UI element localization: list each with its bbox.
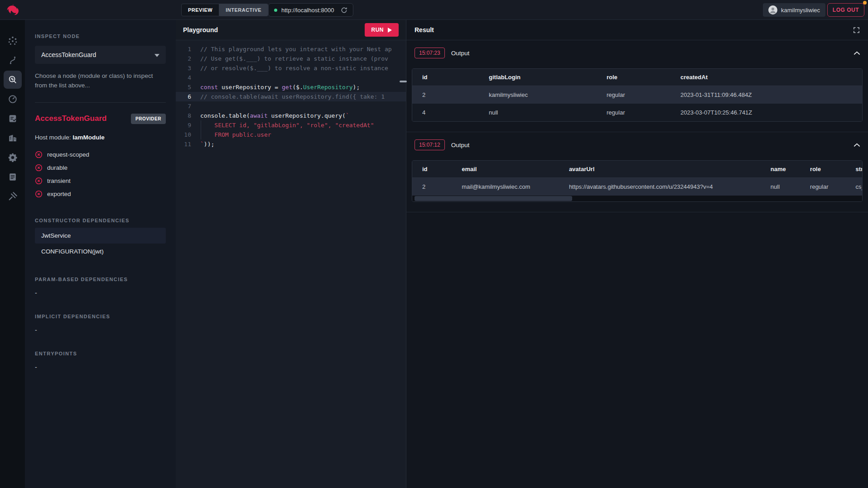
view-mode-tabs: PREVIEW INTERACTIVE [181,4,268,16]
code-line[interactable]: 5const userRepository = get($.UserReposi… [176,82,406,92]
logout-button[interactable]: LOG OUT [827,3,864,17]
code-line[interactable]: 8console.table(await userRepository.quer… [176,111,406,120]
dependency-item[interactable]: JwtService [35,228,166,244]
server-url: http://localhost:8000 [281,7,334,14]
output-header[interactable]: 15:07:12Output [406,132,868,157]
line-number: 3 [176,63,191,73]
code-line[interactable]: 3// or resolve($.___) to resolve a non-s… [176,63,406,73]
table-cell: regular [597,86,670,104]
table-cell: 2 [412,178,452,196]
refresh-icon[interactable] [341,7,347,14]
nestjs-logo-icon[interactable] [5,3,19,17]
dependency-section: ENTRYPOINTS- [35,351,166,371]
code-line[interactable]: 6// console.table(await userRepository.f… [176,92,406,101]
tab-interactive[interactable]: INTERACTIVE [219,4,268,16]
notification-dot [863,1,867,5]
horizontal-scrollbar[interactable] [412,196,862,201]
table-row[interactable]: 2mail@kamilmysliwiec.comhttps://avatars.… [412,178,862,196]
dependency-item[interactable]: CONFIGURATION(jwt) [35,244,166,259]
dependency-sections: CONSTRUCTOR DEPENDENCIESJwtServiceCONFIG… [35,218,166,371]
flag-label: durable [47,164,68,171]
empty-value: - [35,326,166,334]
code-line[interactable]: 9 SELECT id, "gitlabLogin", "role", "cre… [176,120,406,130]
editor-scrollbar-thumb[interactable] [400,81,407,82]
flag-item: exported [35,187,166,201]
output-label: Output [451,50,470,57]
expand-icon[interactable] [853,27,860,33]
table-cell: 4 [412,104,479,121]
code-text: `)); [191,139,214,149]
dependency-section: CONSTRUCTOR DEPENDENCIESJwtServiceCONFIG… [35,218,166,259]
code-line[interactable]: 2// Use get($.___) to retrieve a static … [176,54,406,63]
code-text: // console.table(await userRepository.fi… [191,92,385,101]
provider-badge: PROVIDER [131,114,166,124]
table-cell: null [761,178,800,196]
chevron-up-icon[interactable] [854,143,860,147]
code-line[interactable]: 11`)); [176,139,406,149]
routes-icon[interactable] [4,51,22,69]
line-number: 11 [176,139,191,149]
chevron-up-icon[interactable] [854,51,860,55]
inspector-panel: INSPECT NODE AccessTokenGuard Choose a n… [25,20,176,488]
crossed-circle-icon [35,151,43,158]
output-table: idemailavatarUrlnamerolestripeSessionId2… [412,161,862,196]
line-number: 6 [176,92,191,101]
section-title: ENTRYPOINTS [35,351,166,356]
performance-icon[interactable] [4,90,22,108]
table-cell: cs_test_b1Yk0C [845,178,862,196]
node-select-value: AccessTokenGuard [41,51,96,58]
line-number: 2 [176,54,191,63]
code-line[interactable]: 4 [176,73,406,82]
gavel-icon[interactable] [4,187,22,206]
output-table-container: idemailavatarUrlnamerolestripeSessionId2… [412,160,863,202]
line-number: 5 [176,82,191,92]
code-editor[interactable]: 1// This playground lets you interact wi… [176,40,406,488]
output-table: idgitlabLoginrolecreatedAt2kamilmysliwie… [412,69,862,121]
modules-icon[interactable] [4,129,22,147]
output-section: 15:07:12OutputidemailavatarUrlnamerolest… [406,132,868,212]
line-number: 8 [176,111,191,120]
icon-sidebar [0,20,25,488]
code-line[interactable]: 10 FROM public.user [176,130,406,139]
chevron-down-icon [154,51,159,58]
inspect-icon[interactable] [4,71,22,89]
table-cell: 2023-03-07T10:25:46.741Z [670,104,862,121]
table-cell: 2 [412,86,479,104]
play-icon [388,28,392,33]
avatar [768,5,777,14]
server-url-input[interactable]: http://localhost:8000 [268,3,353,17]
table-cell: regular [597,104,670,121]
graph-icon[interactable] [4,32,22,50]
flag-item: transient [35,174,166,187]
output-header[interactable]: 15:07:23Output [406,40,868,65]
docs-icon[interactable] [4,168,22,186]
timestamp-badge: 15:07:12 [415,139,445,150]
code-line[interactable]: 1// This playground lets you interact wi… [176,44,406,54]
scrollbar-thumb[interactable] [415,196,572,201]
column-header: gitlabLogin [479,69,597,86]
inspector-hint: Choose a node (module or class) to inspe… [35,72,166,91]
tab-preview[interactable]: PREVIEW [181,4,219,16]
code-text [191,101,200,111]
checklist-icon[interactable] [4,110,22,128]
main-layout: INSPECT NODE AccessTokenGuard Choose a n… [0,20,868,488]
table-row[interactable]: 2kamilmysliwiecregular2023-01-31T11:09:4… [412,86,862,104]
output-table-container: idgitlabLoginrolecreatedAt2kamilmysliwie… [412,68,863,122]
table-header-row: idemailavatarUrlnamerolestripeSessionId [412,161,862,178]
table-row[interactable]: 4nullregular2023-03-07T10:25:46.741Z [412,104,862,121]
column-header: createdAt [670,69,862,86]
node-select-dropdown[interactable]: AccessTokenGuard [35,46,166,64]
settings-icon[interactable] [4,148,22,167]
column-header: avatarUrl [559,161,761,178]
run-button[interactable]: RUN [365,23,399,37]
code-text: // Use get($.___) to retrieve a static i… [191,54,388,63]
code-line[interactable]: 7 [176,101,406,111]
table-cell: null [479,104,597,121]
column-header: name [761,161,800,178]
table-header-row: idgitlabLoginrolecreatedAt [412,69,862,86]
topbar: PREVIEW INTERACTIVE http://localhost:800… [0,0,868,20]
code-text: // or resolve($.___) to resolve a non-st… [191,63,388,73]
user-menu[interactable]: kamilmysliwiec [763,3,825,17]
section-title: IMPLICIT DEPENDENCIES [35,314,166,319]
table-cell: kamilmysliwiec [479,86,597,104]
